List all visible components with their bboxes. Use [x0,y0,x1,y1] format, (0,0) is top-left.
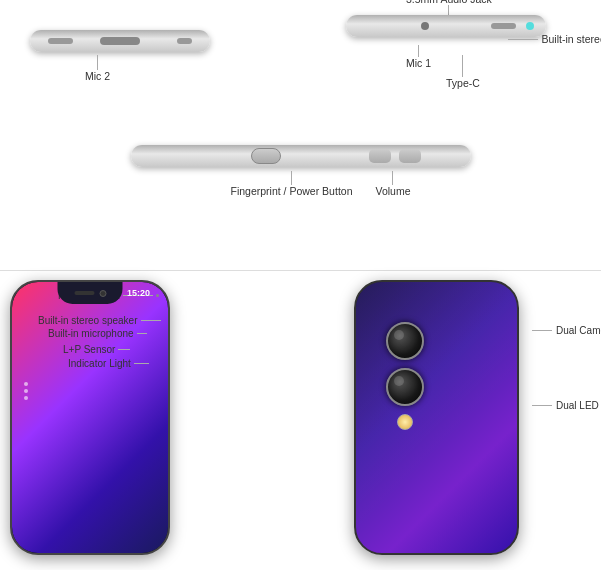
speaker-label-top: Built-in stereo speaker [542,33,601,45]
phone-top-edge-right: 3.5mm Audio Jack Mic 1 Type-C Built- [346,15,546,37]
front-mic-label: Built-in microphone [48,328,134,339]
front-speaker-label: Built-in stereo speaker [38,315,138,326]
dual-flash-label: Dual LED Flash [556,400,601,411]
typec-label: Type-C [446,77,480,89]
dual-camera-label: Dual Camera [556,325,601,336]
time-display: 15:20 [127,288,150,298]
lp-sensor-label: L+P Sensor [63,344,115,355]
mic1-label: Mic 1 [406,57,431,69]
audio-jack-label: 3.5mm Audio Jack [406,0,492,5]
indicator-light-label: Indicator Light [68,358,131,369]
phone-bottom-edge-left: Mic 2 [30,30,210,52]
fp-label: Fingerprint / Power Button [231,185,353,197]
phone-side-edge: Fingerprint / Power Button Volume [131,145,471,167]
phone-back [354,280,519,555]
mic2-label: Mic 2 [85,70,110,82]
vol-label: Volume [375,185,410,197]
